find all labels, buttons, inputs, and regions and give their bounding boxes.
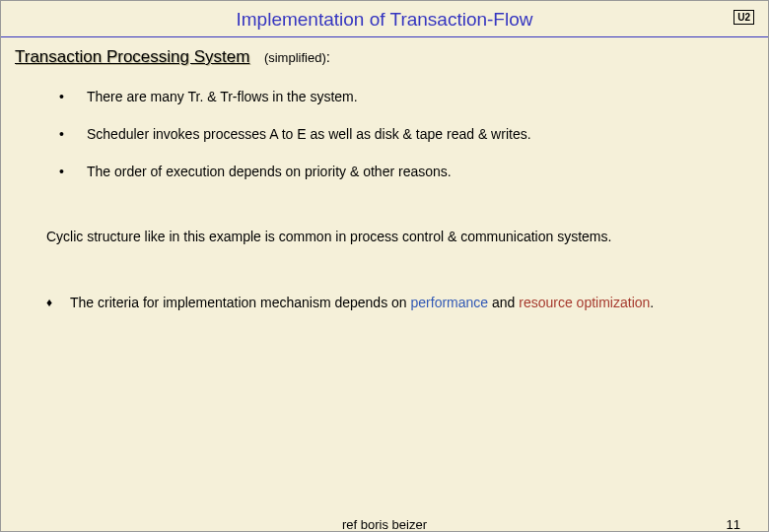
criteria-item: The criteria for implementation mechanis… [46, 294, 754, 312]
criteria-performance: performance [411, 295, 489, 310]
footer-page-number: 11 [727, 517, 740, 532]
section-heading: Transaction Processing System [15, 47, 249, 66]
section-qualifier: (simplified): [264, 48, 330, 65]
content-area: Transaction Processing System (simplifie… [1, 37, 768, 312]
paragraph-cyclic: Cyclic structure like in this example is… [46, 229, 754, 244]
title-bar: Implementation of Transaction-Flow U2 [1, 1, 768, 37]
slide-title: Implementation of Transaction-Flow [237, 9, 533, 30]
list-item: There are many Tr. & Tr-flows in the sys… [59, 89, 754, 104]
bullet-list: There are many Tr. & Tr-flows in the sys… [59, 89, 754, 179]
criteria-resource: resource optimization [519, 295, 650, 310]
criteria-suf: . [650, 295, 654, 310]
criteria-mid: and [488, 295, 519, 310]
unit-badge: U2 [734, 10, 754, 25]
list-item: Scheduler invokes processes A to E as we… [59, 126, 754, 142]
criteria-pre: The criteria for implementation mechanis… [70, 295, 411, 310]
section-heading-row: Transaction Processing System (simplifie… [15, 47, 754, 67]
footer-reference: ref boris beizer [342, 517, 427, 532]
list-item: The order of execution depends on priori… [59, 164, 754, 179]
